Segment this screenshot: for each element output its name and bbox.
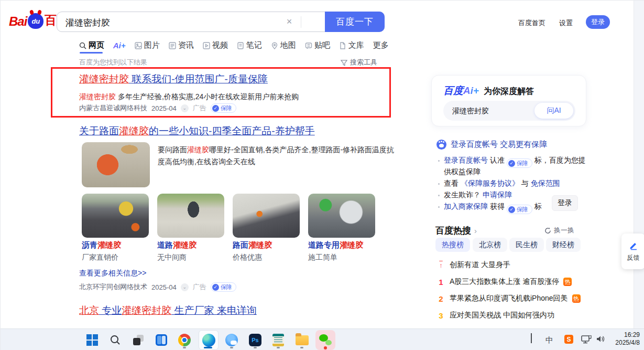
tray-expand-button[interactable] bbox=[531, 334, 532, 344]
hot-flag-badge: 热 bbox=[572, 294, 581, 303]
tab-tieba[interactable]: 贴吧 bbox=[305, 40, 330, 50]
result3-title-link[interactable]: 北京 专业灌缝密封胶 生产厂家 来电详询 bbox=[79, 305, 257, 316]
active-indicator-edge bbox=[204, 347, 212, 348]
gallery-caption-2[interactable]: 道路灌缝胶 bbox=[157, 240, 197, 250]
check-icon: ✓ bbox=[212, 105, 219, 112]
result2-title-link[interactable]: 关于路面灌缝胶的一些小知识-四季全面产品-养护帮手 bbox=[79, 125, 315, 137]
gallery-image-2[interactable] bbox=[157, 194, 224, 238]
rank-number: 3 bbox=[436, 311, 445, 320]
guarantee-badge[interactable]: ✓保障 bbox=[211, 103, 236, 113]
search-input[interactable]: 灌缝密封胶 bbox=[66, 17, 110, 29]
hot-tab-beijing[interactable]: 北京榜 bbox=[473, 238, 507, 252]
protection-header[interactable]: 登录百度帐号 交易更有保障 bbox=[436, 140, 547, 150]
hot-item-top[interactable]: ↑ 创新有道 大显身手 bbox=[436, 260, 510, 270]
video-icon bbox=[203, 42, 210, 49]
tab-news[interactable]: 资讯 bbox=[169, 40, 194, 50]
hot-item-3[interactable]: 3 应对美国关税战 中国如何强内功 bbox=[436, 311, 554, 320]
sogou-icon: S bbox=[564, 335, 573, 344]
notepad-button[interactable] bbox=[269, 331, 287, 349]
protection-line1b: 供权益保障 bbox=[444, 166, 481, 177]
active-tab-underline bbox=[80, 52, 103, 54]
search-bar: 灌缝密封胶 × 百度一下 bbox=[57, 12, 385, 32]
search-tools-button[interactable]: 搜索工具 bbox=[341, 58, 377, 67]
running-indicator bbox=[277, 347, 280, 348]
baidu-home-link[interactable]: 百度首页 bbox=[518, 18, 545, 28]
guarantee-badge[interactable]: ✓保障 bbox=[211, 282, 236, 292]
hot-search-title[interactable]: 百度热搜 › bbox=[435, 225, 477, 237]
photoshop-button[interactable]: Ps bbox=[246, 331, 264, 349]
volume-tray-button[interactable] bbox=[596, 335, 605, 345]
result1-source-row: 内蒙古昌迎诚网络科技 2025-04 ⌄ 广告 ✓保障 bbox=[79, 103, 236, 113]
network-icon bbox=[581, 335, 592, 344]
gallery-caption-4[interactable]: 道路专用灌缝胶 bbox=[308, 240, 363, 250]
tab-notes[interactable]: 笔记 bbox=[237, 40, 262, 50]
logo-bai: Bai bbox=[9, 14, 27, 29]
feedback-button[interactable]: 反馈 bbox=[621, 234, 644, 269]
result1-options-icon[interactable]: ⌄ bbox=[181, 104, 189, 112]
hot-tab-livelihood[interactable]: 民生榜 bbox=[509, 238, 544, 252]
search-submit-button[interactable]: 百度一下 bbox=[325, 12, 385, 32]
result2-thumbnail[interactable] bbox=[82, 142, 150, 187]
file-explorer-button[interactable] bbox=[293, 331, 311, 349]
widgets-button[interactable] bbox=[152, 331, 170, 349]
gallery-caption-1[interactable]: 沥青灌缝胶 bbox=[82, 240, 121, 250]
gallery-image-3[interactable] bbox=[233, 194, 300, 238]
taskbar-search-button[interactable] bbox=[106, 331, 124, 349]
tab-wenku[interactable]: 文库 bbox=[339, 40, 364, 50]
edge-icon bbox=[202, 334, 215, 347]
chrome-icon bbox=[178, 334, 191, 346]
hot-tab-finance[interactable]: 财经榜 bbox=[546, 238, 581, 252]
sidebar-login-button[interactable]: 登录 bbox=[552, 195, 578, 211]
login-account-link[interactable]: 登录百度帐号 bbox=[444, 156, 488, 164]
start-button[interactable] bbox=[83, 331, 101, 349]
result2-source[interactable]: 北京环宇同创网络技术 bbox=[79, 282, 147, 292]
hot-item-1[interactable]: 1 A股三大指数集体上涨 逾百股涨停 热 bbox=[436, 277, 572, 287]
taskbar-clock[interactable]: 16:29 2025/4/8 bbox=[615, 331, 640, 347]
exemption-scope-link[interactable]: 免保范围 bbox=[531, 179, 560, 187]
running-indicator bbox=[230, 347, 233, 348]
rank-number: 2 bbox=[436, 294, 445, 303]
clear-search-icon[interactable]: × bbox=[283, 16, 295, 27]
hot-item-2[interactable]: 2 苹果紧急从印度调飞机载iPhone回美 热 bbox=[436, 294, 581, 303]
ask-ai-button[interactable]: 问AI bbox=[534, 103, 573, 119]
gallery-image-1[interactable] bbox=[82, 194, 149, 238]
tab-webpage[interactable]: 网页 bbox=[79, 40, 104, 50]
pinned-arrow-icon: ↑ bbox=[436, 261, 445, 269]
tab-maps[interactable]: 地图 bbox=[271, 40, 296, 50]
protection-line2: 查看 《保障服务协议》 与 免保范围 bbox=[444, 178, 560, 188]
tab-videos[interactable]: 视频 bbox=[203, 40, 228, 50]
gallery-image-4[interactable] bbox=[308, 194, 375, 238]
tab-ai[interactable]: Ai+ bbox=[113, 41, 126, 50]
protection-line4: 加入商家保障 获得 ✓保障 标 bbox=[444, 201, 542, 214]
result1-source[interactable]: 内蒙古昌迎诚网络科技 bbox=[79, 103, 147, 113]
task-view-button[interactable] bbox=[129, 331, 147, 349]
folder-icon bbox=[296, 335, 309, 345]
sogou-tray-button[interactable]: S bbox=[564, 335, 573, 344]
gallery-caption-3[interactable]: 路面灌缝胶 bbox=[233, 240, 272, 250]
guarantee-badge: ✓保障 bbox=[507, 205, 532, 214]
task-view-icon bbox=[133, 335, 144, 345]
tab-more[interactable]: 更多 bbox=[373, 40, 389, 50]
see-more-link[interactable]: 查看更多相关信息>> bbox=[79, 269, 146, 278]
result2-source-row: 北京环宇同创网络技术 2025-04 ⌄ 广告 ✓保障 bbox=[79, 282, 236, 292]
login-button[interactable]: 登录 bbox=[586, 15, 610, 29]
merchant-guarantee-link[interactable]: 加入商家保障 bbox=[444, 202, 488, 210]
tab-images[interactable]: 图片 bbox=[135, 40, 160, 50]
refresh-hot-list-button[interactable]: 换一换 bbox=[544, 226, 574, 235]
result1-title-link[interactable]: 灌缝密封胶 联系我们-使用范围广-质量保障 bbox=[79, 73, 268, 85]
network-tray-button[interactable] bbox=[581, 335, 592, 346]
gallery-sub-2: 无中间商 bbox=[157, 253, 187, 262]
result2-options-icon[interactable]: ⌄ bbox=[181, 283, 189, 291]
tieba-icon bbox=[305, 42, 312, 49]
settings-link[interactable]: 设置 bbox=[559, 18, 573, 28]
search-icon bbox=[79, 42, 86, 49]
ime-indicator[interactable]: 中 bbox=[545, 335, 553, 345]
baidu-ai-logo: 百度Ai+ 为你深度解答 bbox=[443, 84, 534, 98]
service-agreement-link[interactable]: 《保障服务协议》 bbox=[461, 179, 519, 187]
hot-tab-trending[interactable]: 热搜榜 bbox=[435, 238, 470, 252]
apply-guarantee-link[interactable]: 申请保障 bbox=[483, 190, 512, 199]
clock-time: 16:29 bbox=[615, 331, 640, 339]
quark-browser-button[interactable] bbox=[223, 331, 241, 349]
results-count-note: 百度为您找到以下结果 bbox=[79, 58, 147, 67]
chrome-button[interactable] bbox=[176, 331, 193, 349]
